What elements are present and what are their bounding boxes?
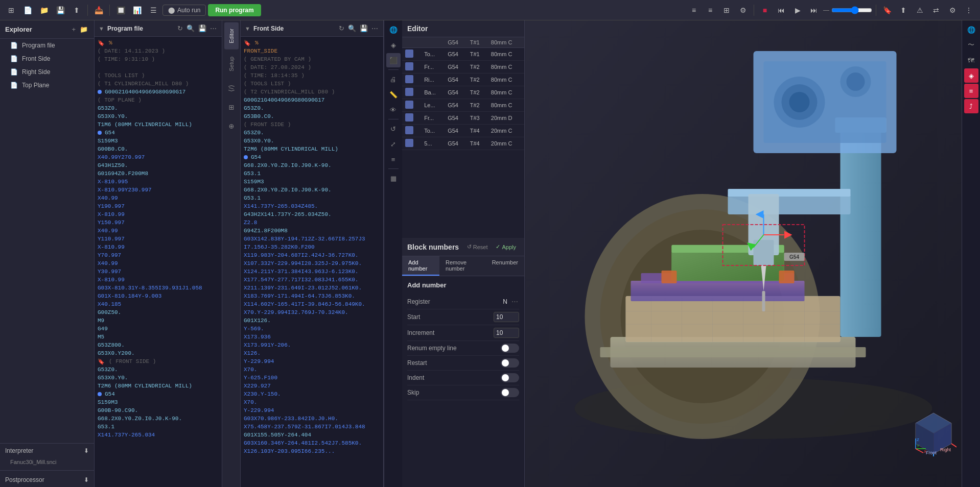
code-line[interactable]: Y-229.994 bbox=[241, 406, 383, 415]
list-btn[interactable]: ≡ bbox=[703, 3, 717, 17]
code-line[interactable]: ( T2 CYLINDRICAL_MILL D80 ) bbox=[241, 88, 383, 96]
speed-slider[interactable] bbox=[831, 6, 872, 14]
code-line[interactable]: ( TOOLS LIST ) bbox=[241, 80, 383, 88]
hatch-btn[interactable]: ▦ bbox=[386, 171, 401, 185]
code-line[interactable]: X70. bbox=[241, 398, 383, 406]
editor-row[interactable]: Fr... G54 T#2 80mm C bbox=[402, 61, 524, 74]
code-line[interactable]: Y30.997 bbox=[95, 267, 222, 276]
code-line[interactable]: G01X-810.184Y-9.003 bbox=[95, 292, 222, 300]
code-line[interactable]: X173.991Y-206. bbox=[241, 341, 383, 349]
sidebar-item-front-side[interactable]: 📄 Front Side bbox=[0, 52, 94, 65]
code-line[interactable]: ( FRONT SIDE ) bbox=[241, 120, 383, 129]
play-btn[interactable]: ▶ bbox=[790, 3, 805, 17]
code-line[interactable]: G53Z0. bbox=[95, 104, 222, 112]
more-btn[interactable]: ⋮ bbox=[962, 3, 976, 17]
code-line[interactable]: G43H1Z50. bbox=[95, 161, 222, 169]
code-line[interactable]: G03X-810.31Y-8.355I39.931J1.058 bbox=[95, 284, 222, 292]
transform-btn[interactable]: ⤢ bbox=[386, 137, 401, 151]
code-line[interactable]: X40.99Y270.997 bbox=[95, 153, 222, 161]
front-refresh-btn[interactable]: ↻ bbox=[338, 23, 345, 33]
editor-row[interactable]: 5... G54 T#4 20mm C bbox=[402, 137, 524, 150]
prev-btn[interactable]: ⏮ bbox=[774, 3, 788, 17]
code-line[interactable]: X126.103Y-203.095I66.235... bbox=[241, 447, 383, 455]
code-line[interactable]: X40.99 bbox=[95, 194, 222, 202]
far-globe-btn[interactable]: 🌐 bbox=[964, 22, 978, 37]
code-line[interactable]: G94Z1.8F200M8 bbox=[241, 227, 383, 235]
bookmark-btn[interactable]: 🔖 bbox=[880, 3, 894, 17]
code-line[interactable]: Y-569. bbox=[241, 325, 383, 333]
code-line[interactable]: S159M3 bbox=[95, 398, 222, 406]
tab-add-number[interactable]: Add number bbox=[402, 256, 439, 276]
code-line[interactable]: X119.983Y-204.687I2.424J-36.727K0. bbox=[241, 251, 383, 259]
editor-row[interactable]: To... G54 T#4 20mm C bbox=[402, 125, 524, 137]
stop-btn[interactable]: ■ bbox=[758, 3, 772, 17]
vtab-editor[interactable]: Editor bbox=[224, 22, 239, 50]
code-line[interactable]: FRONT_SIDE bbox=[241, 47, 383, 55]
export-btn[interactable]: ⬆ bbox=[69, 3, 84, 17]
code-line[interactable]: X124.211Y-371.384I43.963J-6.123K0. bbox=[241, 267, 383, 276]
code-line[interactable]: ( TIME: 18:14:35 ) bbox=[241, 71, 383, 80]
register-more-btn[interactable]: ⋯ bbox=[510, 297, 519, 306]
code-line[interactable]: X211.139Y-231.649I-23.012J52.061K0. bbox=[241, 284, 383, 292]
config-btn[interactable]: ⚙ bbox=[945, 3, 960, 17]
code-line[interactable]: X114.602Y-165.417I-39.846J-56.849K0. bbox=[241, 300, 383, 308]
code-line[interactable]: I7.156J-35.282K0.F200 bbox=[241, 243, 383, 251]
code-line[interactable]: G53.1 bbox=[241, 169, 383, 178]
code-line[interactable]: X70.Y-229.994I32.769J-70.324K0. bbox=[241, 308, 383, 316]
code-line[interactable]: X141.737Y-265.034Z485. bbox=[241, 202, 383, 210]
viewport[interactable]: G54 bbox=[525, 20, 962, 487]
code-line[interactable]: G53Z0. bbox=[241, 129, 383, 137]
code-line[interactable]: Y150.997 bbox=[95, 218, 222, 227]
increment-input[interactable] bbox=[494, 328, 519, 338]
vtab-code[interactable]: ⟨/⟩ bbox=[223, 79, 239, 98]
code-line[interactable]: S159M3 bbox=[95, 137, 222, 145]
code-line[interactable]: 🔖 % bbox=[241, 39, 383, 47]
code-line[interactable]: Y-229.994 bbox=[241, 357, 383, 366]
code-line[interactable]: G49 bbox=[95, 325, 222, 333]
program-search-btn[interactable]: 🔍 bbox=[185, 23, 196, 33]
skip-toggle[interactable] bbox=[501, 388, 519, 397]
code-line[interactable]: G53X0.Y0. bbox=[95, 374, 222, 382]
code-line[interactable]: X107.332Y-229.994I28.325J-29.975K0. bbox=[241, 259, 383, 267]
sidebar-item-top-plane[interactable]: 📄 Top Plane bbox=[0, 79, 94, 92]
code-line[interactable]: X75.458Y-237.579Z-31.867I7.014J3.848 bbox=[241, 423, 383, 431]
sidebar-item-program-file[interactable]: 📄 Program file bbox=[0, 39, 94, 52]
new-file-btn[interactable]: 📄 bbox=[20, 3, 35, 17]
code-line[interactable]: M5 bbox=[95, 333, 222, 341]
editor-row[interactable]: To... G54 T#1 80mm C bbox=[402, 48, 524, 61]
front-search-btn[interactable]: 🔍 bbox=[347, 23, 357, 33]
settings-gear-btn[interactable]: ⚙ bbox=[736, 3, 750, 17]
code-line[interactable]: G68.2X0.Y0.Z0.I0.J0.K-90. bbox=[95, 415, 222, 423]
vtab-grid[interactable]: ⊞ bbox=[223, 99, 239, 116]
code-line[interactable]: G54 bbox=[241, 153, 383, 161]
code-line[interactable]: G53B0.C0. bbox=[241, 112, 383, 120]
program-refresh-btn[interactable]: ↻ bbox=[176, 23, 184, 33]
code-line[interactable]: S159M3 bbox=[241, 178, 383, 186]
auto-run-btn[interactable]: ⬤ Auto run bbox=[162, 5, 206, 16]
code-line[interactable]: G01X126. bbox=[241, 316, 383, 325]
editor-row[interactable]: Le... G54 T#2 80mm C bbox=[402, 99, 524, 112]
tab-remove-number[interactable]: Remove number bbox=[439, 256, 486, 276]
code-line[interactable]: X177.547Y-277.717I32.083J41.655K0. bbox=[241, 276, 383, 284]
code-line[interactable]: G53.1 bbox=[95, 423, 222, 431]
sidebar-item-right-side[interactable]: 📄 Right Side bbox=[0, 65, 94, 79]
code-line[interactable]: G00B-90.C90. bbox=[95, 406, 222, 415]
code-line[interactable]: G54 bbox=[95, 390, 222, 398]
grid-btn[interactable]: ⊞ bbox=[4, 3, 18, 17]
code-line[interactable]: ( TOOLS LIST ) bbox=[95, 71, 222, 80]
code-line[interactable]: ( DATE: 27.08.2024 ) bbox=[241, 63, 383, 71]
code-line[interactable]: X40.99 bbox=[95, 259, 222, 267]
front-more-btn[interactable]: ⋯ bbox=[370, 23, 379, 33]
eye-btn[interactable]: 👁 bbox=[386, 103, 401, 117]
apply-btn[interactable]: ✓ Apply bbox=[493, 242, 519, 252]
run-program-btn[interactable]: Run program bbox=[208, 4, 261, 16]
chart-btn[interactable]: 📊 bbox=[130, 3, 144, 17]
code-line[interactable]: ( TIME: 9:31:10 ) bbox=[95, 55, 222, 63]
code-line[interactable]: Y70.997 bbox=[95, 251, 222, 259]
sidebar-add-btn[interactable]: + bbox=[71, 25, 77, 34]
code-line[interactable]: 🔖 ( FRONT SIDE ) bbox=[95, 357, 222, 366]
code-line[interactable]: T2M6 (80MM CYLINDRICAL MILL) bbox=[95, 382, 222, 390]
rotate-btn[interactable]: ↺ bbox=[386, 121, 401, 136]
nav-cube[interactable]: Front Right Y Z X bbox=[911, 410, 956, 456]
code-line[interactable]: G53Z0. bbox=[95, 366, 222, 374]
